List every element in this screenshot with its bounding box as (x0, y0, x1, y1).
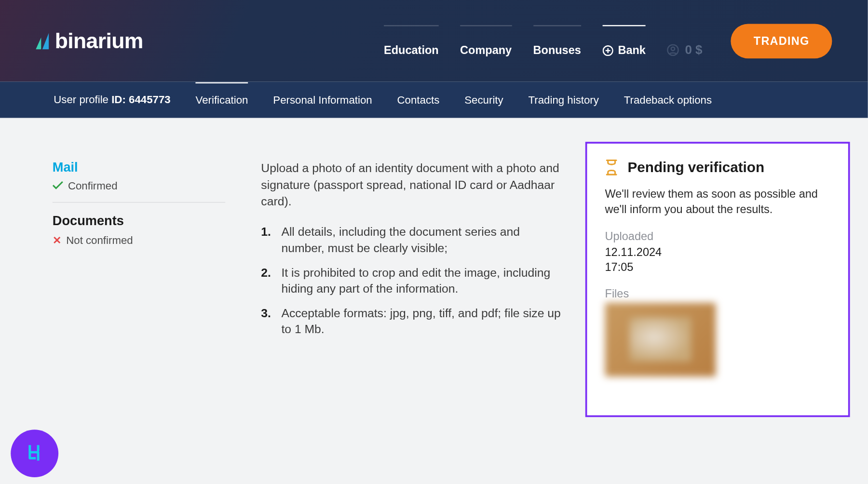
balance: 0 $ (667, 25, 702, 57)
plus-circle-icon (602, 45, 613, 55)
svg-point-4 (671, 47, 675, 50)
documents-title: Documents (53, 213, 225, 229)
logo[interactable]: binarium (36, 28, 143, 54)
subnav: User profile ID: 6445773 Verification Pe… (0, 81, 868, 118)
rule-number: 1. (261, 224, 274, 256)
nav-bank-label: Bank (618, 44, 645, 57)
nav-education[interactable]: Education (384, 25, 439, 57)
check-icon (53, 180, 63, 192)
mail-section[interactable]: Mail Confirmed (53, 160, 225, 202)
documents-status: ✕ Not confirmed (53, 234, 225, 247)
rule-text: It is prohibited to crop and edit the im… (281, 265, 565, 297)
instructions-list: 1. All details, including the document s… (261, 224, 565, 337)
x-icon: ✕ (53, 234, 62, 247)
tab-tradeback-options[interactable]: Tradeback options (624, 82, 712, 118)
instructions-intro: Upload a photo of an identity document w… (261, 160, 565, 210)
nav-company[interactable]: Company (460, 25, 512, 57)
rule-1: 1. All details, including the document s… (261, 224, 565, 256)
mail-title: Mail (53, 160, 225, 175)
rule-text: All details, including the document seri… (281, 224, 565, 256)
user-circle-icon (667, 44, 679, 56)
rule-number: 3. (261, 305, 274, 337)
tab-security[interactable]: Security (464, 82, 503, 118)
instructions: Upload a photo of an identity document w… (261, 160, 565, 484)
balance-value: 0 $ (685, 42, 702, 57)
pending-description: We'll review them as soon as possible an… (605, 187, 830, 217)
tab-personal-information[interactable]: Personal Information (273, 82, 372, 118)
profile-id-value: 6445773 (129, 94, 171, 106)
tab-verification[interactable]: Verification (196, 82, 248, 118)
topbar: binarium Education Company Bonuses Bank … (0, 0, 868, 81)
nav-bonuses[interactable]: Bonuses (533, 25, 581, 57)
nav-bank[interactable]: Bank (602, 25, 646, 57)
files-label: Files (605, 287, 830, 300)
uploaded-label: Uploaded (605, 230, 830, 243)
trading-button[interactable]: TRADING (731, 24, 832, 58)
tab-trading-history[interactable]: Trading history (529, 82, 599, 118)
logo-text: binarium (55, 28, 143, 54)
rule-3: 3. Acceptable formats: jpg, png, tiff, a… (261, 305, 565, 337)
svg-marker-1 (42, 32, 49, 49)
support-icon (23, 442, 46, 465)
rule-number: 2. (261, 265, 274, 297)
pending-title: Pending verification (628, 159, 765, 176)
support-badge[interactable] (11, 430, 58, 477)
documents-section[interactable]: Documents ✕ Not confirmed (53, 213, 225, 246)
tab-contacts[interactable]: Contacts (397, 82, 440, 118)
profile-id-id-label: ID: (111, 94, 126, 106)
mail-status-text: Confirmed (68, 180, 118, 192)
profile-id: User profile ID: 6445773 (54, 94, 170, 106)
content: Mail Confirmed Documents ✕ Not confirmed… (0, 118, 868, 484)
uploaded-value: 12.11.2024 17:05 (605, 246, 830, 275)
profile-id-label: User profile (54, 94, 108, 106)
logo-icon (36, 32, 49, 49)
file-thumbnail[interactable] (605, 302, 716, 376)
hourglass-icon (605, 159, 618, 176)
top-nav: Education Company Bonuses Bank 0 $ TRADI… (384, 24, 832, 58)
documents-status-text: Not confirmed (66, 234, 133, 246)
rule-2: 2. It is prohibited to crop and edit the… (261, 265, 565, 297)
mail-status: Confirmed (53, 180, 225, 192)
rule-text: Acceptable formats: jpg, png, tiff, and … (281, 305, 565, 337)
svg-marker-0 (36, 37, 41, 49)
pending-verification-panel: Pending verification We'll review them a… (585, 142, 850, 417)
left-sidebar: Mail Confirmed Documents ✕ Not confirmed (53, 160, 225, 484)
